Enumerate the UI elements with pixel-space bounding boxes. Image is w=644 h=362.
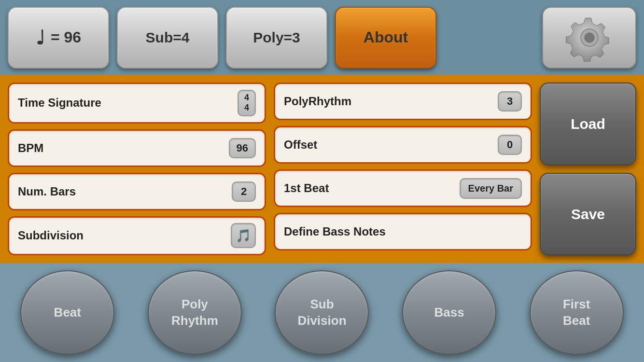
top-bar: ♩ = 96 Sub=4 Poly=3 About — [0, 0, 644, 75]
num-bars-value: 2 — [232, 181, 256, 202]
beat-label: Beat — [54, 305, 81, 321]
bass-button[interactable]: Bass — [402, 270, 496, 355]
first-beat-row[interactable]: 1st Beat Every Bar — [274, 169, 532, 207]
time-sig-label: Time Signature — [18, 96, 101, 110]
define-bass-row[interactable]: Define Bass Notes — [274, 213, 532, 251]
num-bars-row[interactable]: Num. Bars 2 — [8, 173, 266, 210]
poly-rhythm-button[interactable]: PolyRhythm — [148, 270, 242, 355]
sub-division-button[interactable]: SubDivision — [275, 270, 369, 355]
right-column: PolyRhythm 3 Offset 0 1st Beat Every Bar… — [274, 83, 532, 255]
poly-label: Poly=3 — [253, 29, 300, 46]
action-column: Load Save — [540, 83, 636, 255]
sub-label: Sub=4 — [146, 29, 190, 46]
tempo-button[interactable]: ♩ = 96 — [8, 7, 109, 69]
subdivision-row[interactable]: Subdivision 🎵 — [8, 216, 266, 255]
subdivision-icon: 🎵 — [231, 223, 256, 248]
about-label: About — [364, 28, 408, 46]
beat-button[interactable]: Beat — [20, 270, 114, 355]
offset-value: 0 — [498, 135, 522, 155]
define-bass-label: Define Bass Notes — [284, 225, 386, 238]
save-button[interactable]: Save — [540, 173, 636, 255]
middle-section: Time Signature 4 4 BPM 96 Num. Bars 2 Su… — [0, 75, 644, 263]
poly-rhythm-label: PolyRhythm — [171, 296, 218, 329]
sub-division-label: SubDivision — [297, 296, 346, 329]
svg-point-1 — [585, 33, 594, 42]
polyrhythm-value: 3 — [498, 91, 522, 111]
time-signature-row[interactable]: Time Signature 4 4 — [8, 83, 266, 124]
bpm-row[interactable]: BPM 96 — [8, 129, 266, 167]
gear-icon — [565, 14, 614, 62]
offset-row[interactable]: Offset 0 — [274, 126, 532, 164]
bottom-bar: Beat PolyRhythm SubDivision Bass FirstBe… — [0, 263, 644, 362]
first-beat-button[interactable]: FirstBeat — [530, 270, 624, 355]
subdivision-label: Subdivision — [18, 229, 84, 242]
time-sig-bot: 4 — [244, 103, 249, 113]
load-button[interactable]: Load — [540, 83, 636, 165]
polyrhythm-label: PolyRhythm — [284, 95, 351, 108]
polyrhythm-row[interactable]: PolyRhythm 3 — [274, 83, 532, 120]
about-button[interactable]: About — [335, 7, 436, 69]
note-icon: ♩ — [36, 27, 45, 49]
first-beat-bottom-label: FirstBeat — [563, 296, 590, 329]
bpm-label: BPM — [18, 141, 43, 155]
first-beat-value: Every Bar — [460, 178, 522, 199]
offset-label: Offset — [284, 138, 317, 152]
num-bars-label: Num. Bars — [18, 185, 76, 198]
time-sig-value: 4 4 — [238, 90, 256, 116]
time-sig-top: 4 — [244, 93, 249, 103]
poly-button[interactable]: Poly=3 — [226, 7, 327, 69]
settings-button[interactable] — [542, 7, 636, 69]
left-column: Time Signature 4 4 BPM 96 Num. Bars 2 Su… — [8, 83, 266, 255]
tempo-value: = 96 — [51, 28, 81, 46]
bass-label: Bass — [434, 305, 464, 321]
first-beat-label: 1st Beat — [284, 181, 329, 195]
bpm-value: 96 — [229, 138, 256, 158]
sub-button[interactable]: Sub=4 — [117, 7, 218, 69]
